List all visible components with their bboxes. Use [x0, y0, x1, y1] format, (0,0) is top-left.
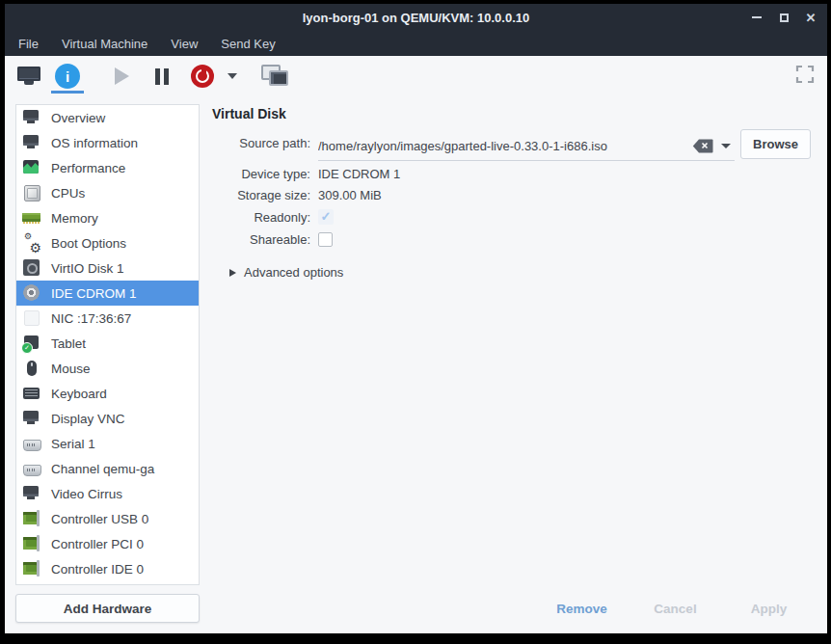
shareable-label: Shareable:: [212, 232, 310, 247]
apply-button[interactable]: Apply: [722, 596, 816, 621]
remove-button[interactable]: Remove: [535, 596, 629, 621]
sidebar-item-label: Serial 1: [51, 437, 95, 451]
shutdown-menu-button[interactable]: [223, 60, 242, 93]
sidebar-item-label: Mouse: [51, 362, 91, 376]
sidebar-item-mouse[interactable]: Mouse: [16, 356, 199, 381]
sidebar-item-display-vnc[interactable]: Display VNC: [16, 406, 199, 431]
minimize-icon: [752, 16, 762, 18]
sidebar-item-label: IDE CDROM 1: [51, 286, 137, 301]
pause-button[interactable]: [146, 60, 178, 93]
clear-entry-icon[interactable]: [692, 139, 713, 153]
console-view-button[interactable]: [13, 60, 45, 93]
source-path-value: /home/raylyon/images/gparted-live-0.33.0…: [318, 139, 692, 153]
readonly-row: Readonly: ✓: [212, 209, 334, 225]
sidebar-item-overview[interactable]: Overview: [16, 105, 199, 130]
sidebar-item-label: Controller PCI 0: [51, 537, 144, 551]
titlebar[interactable]: lyon-borg-01 on QEMU/KVM: 10.0.0.10 ✕: [5, 4, 827, 31]
toolbar: i: [5, 56, 827, 96]
controller-card-icon: [22, 510, 41, 527]
fullscreen-icon: [795, 65, 815, 84]
close-button[interactable]: ✕: [804, 11, 818, 24]
sidebar-item-nic[interactable]: NIC :17:36:67: [16, 306, 199, 331]
mouse-icon: [22, 360, 41, 377]
add-hardware-button[interactable]: Add Hardware: [15, 594, 200, 623]
keyboard-icon: [22, 385, 41, 402]
sidebar-item-controller-ide-0[interactable]: Controller IDE 0: [16, 556, 199, 581]
sidebar-item-label: VirtIO Disk 1: [51, 261, 124, 276]
expander-triangle-icon: [229, 269, 236, 277]
advanced-options-label: Advanced options: [244, 265, 343, 280]
tablet-check-icon: [22, 335, 41, 352]
sidebar-item-label: Channel qemu-ga: [51, 462, 154, 476]
sidebar-item-keyboard[interactable]: Keyboard: [16, 381, 199, 406]
sidebar-item-ide-cdrom-1[interactable]: IDE CDROM 1: [16, 281, 199, 306]
storage-size-value: 309.00 MiB: [318, 188, 382, 202]
pause-icon: [155, 68, 160, 85]
sidebar-item-label: Controller USB 0: [51, 512, 148, 526]
sidebar-item-controller-usb-0[interactable]: Controller USB 0: [16, 506, 199, 531]
device-type-value: IDE CDROM 1: [318, 167, 400, 181]
sidebar-item-virtio-disk-1[interactable]: VirtIO Disk 1: [16, 255, 199, 281]
browse-button[interactable]: Browse: [740, 129, 811, 159]
monitor-icon: [22, 134, 41, 151]
shutdown-menu-caret-icon: [228, 73, 237, 79]
sidebar-item-label: Boot Options: [51, 236, 126, 251]
sidebar-item-label: Display VNC: [51, 412, 125, 426]
maximize-button[interactable]: [777, 11, 791, 24]
controller-card-icon: [22, 560, 41, 577]
shutdown-button[interactable]: [186, 60, 219, 93]
sidebar-item-boot-options[interactable]: Boot Options: [16, 230, 199, 255]
sidebar-item-cpus[interactable]: CPUs: [16, 180, 199, 205]
sidebar-item-performance[interactable]: Performance: [16, 155, 199, 180]
performance-chart-icon: [22, 159, 41, 176]
network-interface-icon: [22, 309, 41, 327]
run-button[interactable]: [105, 60, 138, 93]
sidebar-item-video-cirrus[interactable]: Video Cirrus: [16, 481, 199, 506]
sidebar-item-label: NIC :17:36:67: [51, 311, 131, 326]
device-type-row: Device type: IDE CDROM 1: [212, 167, 400, 181]
gears-icon: [22, 234, 41, 252]
sidebar-item-controller-pci-0[interactable]: Controller PCI 0: [16, 531, 199, 556]
menu-file[interactable]: File: [7, 31, 50, 56]
device-type-label: Device type:: [212, 167, 310, 181]
storage-size-row: Storage size: 309.00 MiB: [212, 188, 382, 202]
shareable-row: Shareable:: [212, 232, 333, 247]
hard-disk-icon: [22, 259, 41, 277]
menubar: File Virtual Machine View Send Key: [5, 31, 827, 56]
sidebar-item-serial-1[interactable]: Serial 1: [16, 431, 199, 456]
run-play-icon: [115, 67, 129, 85]
manager-button[interactable]: [257, 60, 290, 93]
minimize-button[interactable]: [750, 11, 764, 24]
sidebar-item-channel-qemu-ga[interactable]: Channel qemu-ga: [16, 456, 199, 481]
hardware-list: Overview OS information Performance CPUs…: [15, 104, 200, 585]
details-view-button[interactable]: i: [51, 60, 84, 93]
sidebar-item-label: CPUs: [51, 186, 85, 201]
sidebar-item-label: Controller IDE 0: [51, 562, 144, 577]
sidebar-item-memory[interactable]: Memory: [16, 205, 199, 230]
sidebar-item-os-information[interactable]: OS information: [16, 130, 199, 155]
advanced-options-expander[interactable]: Advanced options: [229, 265, 343, 280]
menu-view[interactable]: View: [159, 31, 209, 56]
console-monitor-icon: [17, 67, 40, 86]
sidebar-item-label: Memory: [51, 211, 98, 226]
manager-multi-display-icon: [261, 65, 286, 88]
fullscreen-button[interactable]: [794, 64, 816, 85]
source-path-entry[interactable]: /home/raylyon/images/gparted-live-0.33.0…: [318, 132, 735, 161]
menu-send-key[interactable]: Send Key: [209, 31, 286, 56]
sidebar-item-tablet[interactable]: Tablet: [16, 331, 199, 356]
source-path-row: Source path:: [212, 136, 318, 150]
menu-virtual-machine[interactable]: Virtual Machine: [50, 31, 159, 56]
sidebar-item-label: Video Cirrus: [51, 487, 122, 501]
power-stem: [201, 68, 204, 75]
serial-port-icon: [22, 435, 41, 452]
cancel-button[interactable]: Cancel: [629, 596, 722, 621]
vm-details-window: lyon-borg-01 on QEMU/KVM: 10.0.0.10 ✕ Fi…: [5, 4, 827, 633]
sidebar-item-label: OS information: [51, 136, 138, 150]
header-block: lyon-borg-01 on QEMU/KVM: 10.0.0.10 ✕ Fi…: [5, 4, 827, 56]
entry-dropdown-caret-icon[interactable]: [721, 144, 731, 148]
storage-size-label: Storage size:: [212, 188, 310, 202]
shutdown-power-icon: [191, 65, 214, 88]
shareable-checkbox[interactable]: [318, 232, 333, 247]
controller-card-icon: [22, 535, 41, 552]
monitor-icon: [22, 109, 41, 126]
